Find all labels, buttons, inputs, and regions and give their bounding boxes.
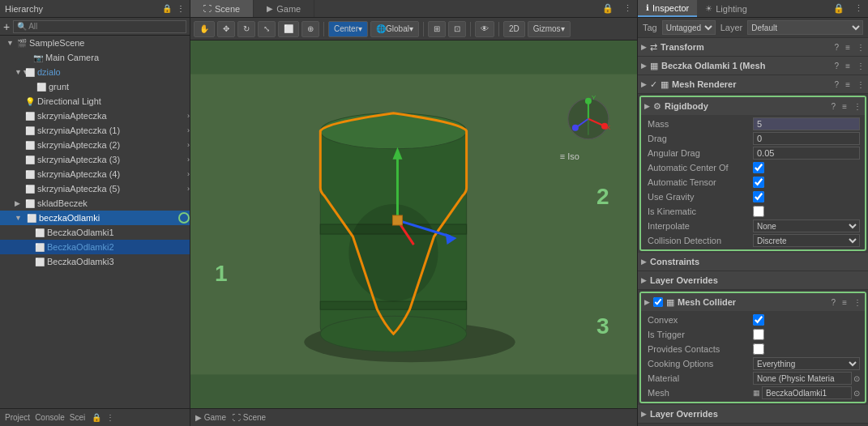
tab-scene[interactable]: ⛶ Scene: [190, 0, 254, 17]
project-tab[interactable]: Project: [5, 413, 30, 422]
layer-select[interactable]: Default: [747, 20, 863, 35]
item-label: grunt: [49, 82, 69, 92]
autocenter-checkbox[interactable]: [753, 162, 764, 173]
scale-tool-btn[interactable]: ⤡: [258, 21, 276, 37]
hierarchy-item-grunt[interactable]: ⬜ grunt: [0, 79, 190, 94]
constraints-header[interactable]: ▶ Constraints: [638, 253, 868, 271]
beczka-mesh-header[interactable]: ▶ ▦ Beczka Odlamki 1 (Mesh ? ≡ ⋮: [638, 57, 868, 75]
hierarchy-item-skrzynia3[interactable]: ⬜ skrzyniaApteczka (3) ›: [0, 152, 190, 167]
collision-detection-select[interactable]: Discrete Continuous Continuous Dynamic C…: [753, 234, 860, 247]
convex-checkbox[interactable]: [753, 314, 764, 326]
meshcollider-more-icon[interactable]: ⋮: [853, 298, 862, 307]
hierarchy-item-beczkaodlamki[interactable]: ▼ ⬜ beczkaOdlamki: [0, 211, 190, 225]
hierarchy-item-beczka3[interactable]: ⬜ BeczkaOdlamki3: [0, 254, 190, 269]
material-input[interactable]: [753, 372, 852, 385]
hand-tool-btn[interactable]: ✋: [194, 21, 215, 37]
material-pick-icon[interactable]: ⊙: [853, 374, 860, 383]
is-kinematic-checkbox[interactable]: [753, 206, 764, 217]
rect-tool-btn[interactable]: ⬜: [278, 21, 299, 37]
mesh-collider-header[interactable]: ▶ ▦ Mesh Collider ? ≡ ⋮: [641, 293, 865, 311]
center-btn[interactable]: Center▾: [328, 21, 368, 37]
console-tab[interactable]: Console: [35, 413, 65, 422]
rigidbody-more-icon[interactable]: ⋮: [853, 102, 862, 111]
meshcollider-settings-icon[interactable]: ≡: [842, 298, 847, 307]
beczka-mesh-component: ▶ ▦ Beczka Odlamki 1 (Mesh ? ≡ ⋮: [638, 57, 868, 75]
meshcollider-help-icon[interactable]: ?: [832, 298, 836, 307]
inspector-lock-icon[interactable]: 🔒: [828, 0, 849, 17]
hierarchy-item-dzialo[interactable]: ▼ ⬜ dzialo: [0, 65, 190, 79]
transform-tool-btn[interactable]: ⊕: [301, 21, 319, 37]
hierarchy-item-samplescene[interactable]: 🎬 SampleScene: [0, 36, 190, 50]
hierarchy-more-icon[interactable]: ⋮: [177, 4, 185, 13]
drag-row: Drag: [641, 131, 865, 146]
angular-drag-input[interactable]: [753, 147, 860, 160]
provides-contacts-checkbox[interactable]: [753, 343, 764, 355]
use-gravity-checkbox[interactable]: [753, 191, 764, 202]
mesh-input[interactable]: [762, 386, 852, 399]
separator3: [470, 22, 471, 36]
move-tool-btn[interactable]: ✥: [217, 21, 235, 37]
hierarchy-item-skrzynia4[interactable]: ⬜ skrzyniaApteczka (4) ›: [0, 167, 190, 181]
rotate-tool-btn[interactable]: ↻: [237, 21, 255, 37]
layer-overrides2-header[interactable]: ▶ Layer Overrides: [638, 405, 868, 423]
snap-btn[interactable]: ⊡: [448, 21, 466, 37]
expand-arrow: ▼: [15, 68, 23, 76]
hierarchy-search[interactable]: 🔍 All: [13, 20, 186, 33]
tab-inspector[interactable]: ℹ Inspector: [638, 0, 697, 17]
meshrenderer-settings-icon[interactable]: ≡: [845, 80, 850, 89]
hierarchy-item-skrzynia0[interactable]: ⬜ skrzyniaApteczka ›: [0, 109, 190, 123]
layer-overrides-header[interactable]: ▶ Layer Overrides: [638, 271, 868, 289]
cooking-options-select[interactable]: Everything Nothing: [753, 357, 860, 370]
interpolate-select[interactable]: None Interpolate Extrapolate: [753, 219, 860, 232]
transform-header[interactable]: ▶ ⇄ Transform ? ≡ ⋮: [638, 38, 868, 56]
meshcollider-checkbox[interactable]: [653, 297, 663, 307]
hierarchy-item-beczka1[interactable]: ⬜ BeczkaOdlamki1: [0, 225, 190, 240]
mass-input[interactable]: [753, 117, 860, 130]
rigidbody-header[interactable]: ▶ ⚙ Rigidbody ? ≡ ⋮: [641, 97, 865, 115]
gizmos-btn[interactable]: Gizmos▾: [528, 21, 571, 37]
item-label: BeczkaOdlamki2: [47, 242, 114, 252]
drag-input[interactable]: [753, 132, 860, 145]
transform-help-icon[interactable]: ?: [835, 43, 840, 52]
hierarchy-item-directional-light[interactable]: 💡 Directional Light: [0, 94, 190, 109]
tab-game[interactable]: ▶ Game: [254, 0, 314, 17]
lock-icon-bottom: 🔒: [92, 413, 101, 422]
rigidbody-settings-icon[interactable]: ≡: [842, 102, 847, 111]
beczka-settings-icon[interactable]: ≡: [845, 62, 850, 70]
hierarchy-item-beczka2[interactable]: ⬜ BeczkaOdlamki2: [0, 240, 190, 254]
game-tab-bottom[interactable]: ▶ Game: [195, 413, 226, 422]
transform-settings-icon[interactable]: ≡: [845, 43, 850, 52]
tab-lighting[interactable]: ☀ Lighting: [697, 0, 755, 17]
beczka-more-icon[interactable]: ⋮: [857, 62, 865, 70]
meshrenderer-arrow: ▶: [641, 80, 647, 88]
meshrenderer-help-icon[interactable]: ?: [835, 80, 840, 89]
transform-more-icon[interactable]: ⋮: [857, 43, 865, 52]
hierarchy-item-skladbeczek[interactable]: ▶ ⬜ skladBeczek: [0, 196, 190, 211]
hierarchy-item-main-camera[interactable]: 📷 Main Camera: [0, 50, 190, 65]
is-trigger-value: [753, 329, 860, 340]
meshrenderer-more-icon[interactable]: ⋮: [857, 80, 865, 89]
mesh-renderer-header[interactable]: ▶ ✓ ▦ Mesh Renderer ? ≡ ⋮: [638, 75, 868, 93]
autotensor-checkbox[interactable]: [753, 177, 764, 188]
add-hierarchy-btn[interactable]: +: [3, 20, 10, 33]
scene-tab-bottom2[interactable]: ⛶ Scene: [233, 413, 266, 422]
visibility-btn[interactable]: 👁: [475, 21, 494, 37]
inspector-more-icon[interactable]: ⋮: [849, 0, 868, 17]
beczka-help-icon[interactable]: ?: [835, 62, 840, 70]
hierarchy-item-skrzynia5[interactable]: ⬜ skrzyniaApteczka (5) ›: [0, 181, 190, 196]
hierarchy-item-skrzynia2[interactable]: ⬜ skrzyniaApteczka (2) ›: [0, 138, 190, 152]
hierarchy-item-skrzynia1[interactable]: ⬜ skrzyniaApteczka (1) ›: [0, 123, 190, 138]
layer-overrides2-arrow: ▶: [641, 410, 647, 418]
rigidbody-help-icon[interactable]: ?: [832, 102, 836, 111]
2d-btn[interactable]: 2D: [503, 21, 525, 37]
is-trigger-checkbox[interactable]: [753, 329, 764, 340]
tag-select[interactable]: Untagged: [662, 20, 716, 35]
meshrenderer-checkbox[interactable]: ✓: [650, 79, 657, 90]
scene-tab-bottom[interactable]: Scei: [70, 413, 85, 422]
drag-label: Drag: [648, 134, 753, 143]
global-btn[interactable]: 🌐 Global▾: [370, 21, 419, 37]
grid-btn[interactable]: ⊞: [428, 21, 446, 37]
svg-rect-6: [320, 301, 466, 309]
more-menu-icon[interactable]: ⋮: [618, 0, 637, 17]
mesh-pick-icon[interactable]: ⊙: [853, 389, 860, 398]
